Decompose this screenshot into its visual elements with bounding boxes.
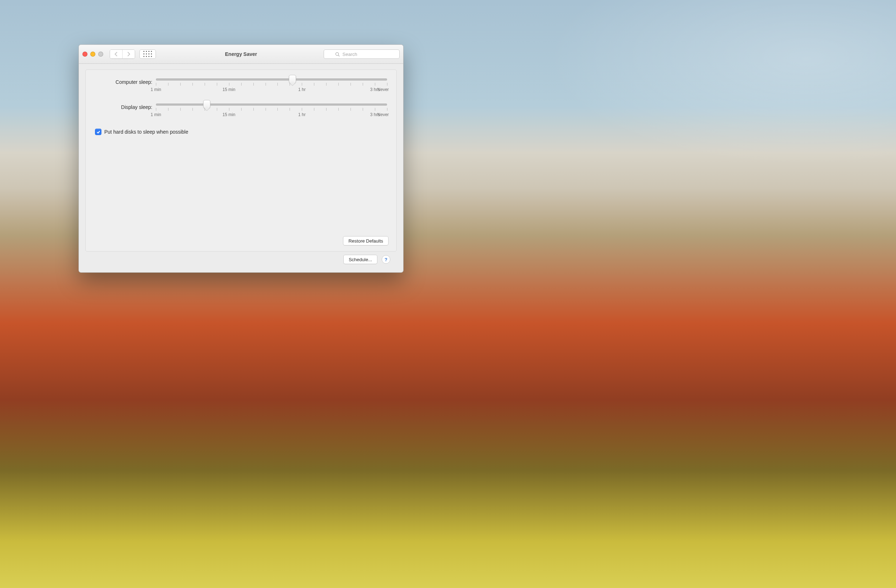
- chevron-right-icon: [127, 52, 131, 56]
- svg-line-1: [338, 55, 339, 56]
- slider-ticks: [156, 108, 387, 111]
- content-area: Computer sleep: 1 min15 min1 hr3 hrsNeve…: [79, 64, 403, 272]
- svg-point-0: [335, 52, 338, 55]
- display-sleep-slider[interactable]: 1 min15 min1 hr3 hrsNever: [156, 104, 387, 119]
- display-sleep-label: Display sleep:: [95, 104, 152, 110]
- schedule-button[interactable]: Schedule...: [343, 255, 377, 264]
- computer-sleep-slider[interactable]: 1 min15 min1 hr3 hrsNever: [156, 78, 387, 93]
- settings-panel: Computer sleep: 1 min15 min1 hr3 hrsNeve…: [85, 70, 397, 251]
- window-controls: [82, 52, 103, 56]
- checkmark-icon: [96, 130, 101, 134]
- computer-sleep-label: Computer sleep:: [95, 79, 152, 85]
- help-button[interactable]: ?: [382, 255, 390, 264]
- computer-sleep-row: Computer sleep: 1 min15 min1 hr3 hrsNeve…: [95, 78, 387, 93]
- zoom-button: [98, 52, 103, 56]
- restore-defaults-button[interactable]: Restore Defaults: [343, 236, 389, 245]
- hard-disks-checkbox[interactable]: [95, 129, 101, 135]
- nav-segmented-control: [110, 49, 135, 59]
- show-all-button[interactable]: [139, 49, 156, 59]
- slider-tick-labels: 1 min15 min1 hr3 hrsNever: [156, 112, 387, 119]
- slider-ticks: [156, 83, 387, 86]
- bottom-bar: Schedule... ?: [85, 251, 397, 267]
- back-button[interactable]: [110, 50, 122, 58]
- search-icon: [335, 52, 340, 56]
- chevron-left-icon: [114, 52, 118, 56]
- preferences-window: Energy Saver Computer sleep: 1 min15 min…: [78, 44, 404, 273]
- search-input[interactable]: [342, 51, 389, 57]
- slider-tick-labels: 1 min15 min1 hr3 hrsNever: [156, 87, 387, 93]
- hard-disks-checkbox-label: Put hard disks to sleep when possible: [104, 129, 188, 135]
- window-toolbar: Energy Saver: [79, 45, 403, 64]
- close-button[interactable]: [82, 52, 87, 56]
- slider-track: [156, 104, 387, 106]
- grid-icon: [143, 51, 152, 57]
- slider-thumb[interactable]: [289, 75, 296, 84]
- hard-disks-checkbox-row: Put hard disks to sleep when possible: [95, 129, 387, 135]
- slider-track: [156, 78, 387, 81]
- slider-thumb[interactable]: [203, 100, 210, 108]
- search-field[interactable]: [324, 49, 399, 59]
- minimize-button[interactable]: [90, 52, 95, 56]
- forward-button[interactable]: [122, 50, 135, 58]
- display-sleep-row: Display sleep: 1 min15 min1 hr3 hrsNever: [95, 104, 387, 119]
